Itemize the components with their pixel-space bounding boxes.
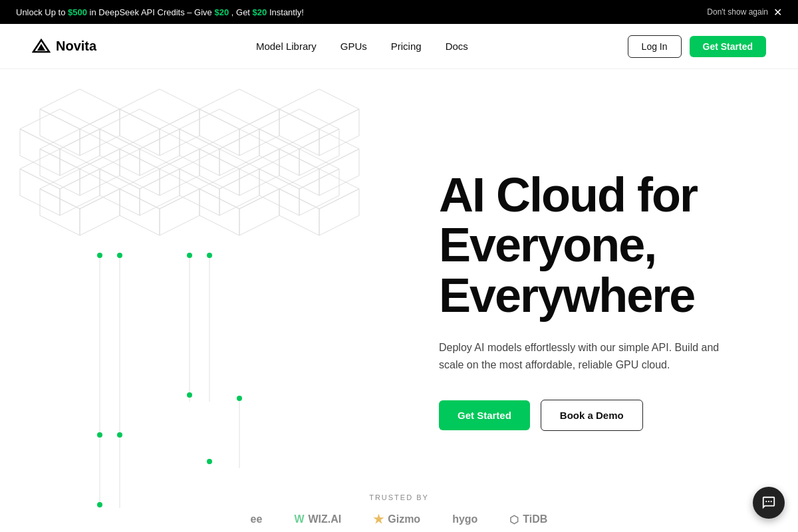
chat-button[interactable] bbox=[753, 487, 785, 519]
svg-marker-2 bbox=[40, 89, 120, 129]
logo-text: Novita bbox=[56, 39, 96, 54]
nav-actions: Log In Get Started bbox=[628, 35, 766, 58]
chat-icon bbox=[761, 495, 776, 510]
svg-point-72 bbox=[117, 432, 122, 438]
banner-dismiss-button[interactable]: Don't show again ✕ bbox=[707, 6, 782, 19]
banner-close-icon[interactable]: ✕ bbox=[773, 6, 782, 19]
isometric-art-svg bbox=[0, 69, 386, 532]
banner-highlight-3: $20 bbox=[253, 7, 267, 17]
svg-point-68 bbox=[117, 253, 122, 258]
svg-point-74 bbox=[207, 459, 212, 464]
login-button[interactable]: Log In bbox=[628, 35, 682, 58]
hero-cta-group: Get Started Book a Demo bbox=[439, 400, 758, 431]
svg-point-70 bbox=[207, 253, 212, 258]
trusted-logo-ee: ee bbox=[251, 513, 263, 525]
gizmo-logo-text: Gizmo bbox=[388, 513, 420, 525]
hero-get-started-button[interactable]: Get Started bbox=[439, 400, 530, 430]
tidb-logo-text: TiDB bbox=[523, 513, 547, 525]
ee-logo-text: ee bbox=[251, 513, 263, 525]
svg-point-73 bbox=[187, 392, 192, 398]
banner-text-pre: Unlock Up to bbox=[16, 7, 68, 17]
trusted-logos: ee W WIZ.AI ★ Gizmo hygo ⬡ TiDB bbox=[211, 512, 588, 527]
get-started-button[interactable]: Get Started bbox=[690, 36, 766, 57]
hero-section: AI Cloud for Everyone, Everywhere Deploy… bbox=[0, 69, 798, 532]
nav-item-gpus[interactable]: GPUs bbox=[340, 41, 367, 53]
gizmo-star-icon: ★ bbox=[373, 512, 384, 527]
nav-item-pricing[interactable]: Pricing bbox=[391, 41, 422, 53]
svg-marker-20 bbox=[180, 109, 259, 149]
svg-marker-11 bbox=[279, 89, 359, 129]
wizai-logo-mark: W bbox=[294, 513, 304, 525]
trusted-logo-tidb: ⬡ TiDB bbox=[509, 513, 547, 526]
svg-point-67 bbox=[97, 253, 102, 258]
navbar: Novita Model Library GPUs Pricing Docs L… bbox=[0, 24, 798, 69]
wizai-logo-text: WIZ.AI bbox=[308, 513, 341, 525]
hero-description: Deploy AI models effortlessly with our s… bbox=[439, 339, 745, 373]
tidb-logo-mark: ⬡ bbox=[509, 513, 519, 526]
trusted-logo-wizai: W WIZ.AI bbox=[294, 513, 341, 525]
logo-icon bbox=[32, 39, 51, 55]
svg-point-77 bbox=[765, 501, 767, 502]
promo-banner: Unlock Up to $500 in DeepSeek API Credit… bbox=[0, 0, 798, 24]
hero-title-line3: Everywhere bbox=[439, 269, 694, 322]
hero-art bbox=[0, 69, 386, 532]
svg-point-75 bbox=[237, 396, 242, 401]
banner-highlight-1: $500 bbox=[68, 7, 87, 17]
banner-dismiss-label: Don't show again bbox=[707, 7, 768, 17]
banner-text: Unlock Up to $500 in DeepSeek API Credit… bbox=[16, 7, 707, 17]
svg-marker-17 bbox=[100, 109, 180, 149]
hero-title-line1: AI Cloud for bbox=[439, 168, 697, 221]
hygo-logo-text: hygo bbox=[452, 513, 477, 525]
svg-marker-8 bbox=[200, 89, 279, 129]
logo[interactable]: Novita bbox=[32, 39, 96, 55]
svg-marker-5 bbox=[120, 89, 200, 129]
svg-marker-14 bbox=[20, 109, 100, 149]
banner-text-end: Instantly! bbox=[269, 7, 304, 17]
trusted-label: TRUSTED BY bbox=[369, 493, 429, 501]
trusted-section: TRUSTED BY ee W WIZ.AI ★ Gizmo hygo ⬡ Ti… bbox=[0, 479, 798, 532]
trusted-logo-gizmo: ★ Gizmo bbox=[373, 512, 420, 527]
banner-highlight-2: $20 bbox=[214, 7, 229, 17]
hero-content: AI Cloud for Everyone, Everywhere Deploy… bbox=[412, 69, 798, 532]
svg-marker-23 bbox=[259, 109, 339, 149]
banner-text-get: , Get bbox=[231, 7, 253, 17]
banner-text-mid: in DeepSeek API Credits – Give bbox=[90, 7, 215, 17]
nav-item-docs[interactable]: Docs bbox=[446, 41, 468, 53]
svg-point-78 bbox=[768, 501, 769, 502]
nav-item-model-library[interactable]: Model Library bbox=[256, 41, 317, 53]
nav-links: Model Library GPUs Pricing Docs bbox=[256, 41, 468, 53]
hero-book-demo-button[interactable]: Book a Demo bbox=[541, 400, 643, 431]
hero-title: AI Cloud for Everyone, Everywhere bbox=[439, 170, 758, 321]
hero-title-line2: Everyone, bbox=[439, 218, 656, 271]
svg-point-71 bbox=[97, 432, 102, 438]
svg-point-79 bbox=[771, 501, 772, 502]
svg-point-69 bbox=[187, 253, 192, 258]
trusted-logo-hygo: hygo bbox=[452, 513, 477, 525]
